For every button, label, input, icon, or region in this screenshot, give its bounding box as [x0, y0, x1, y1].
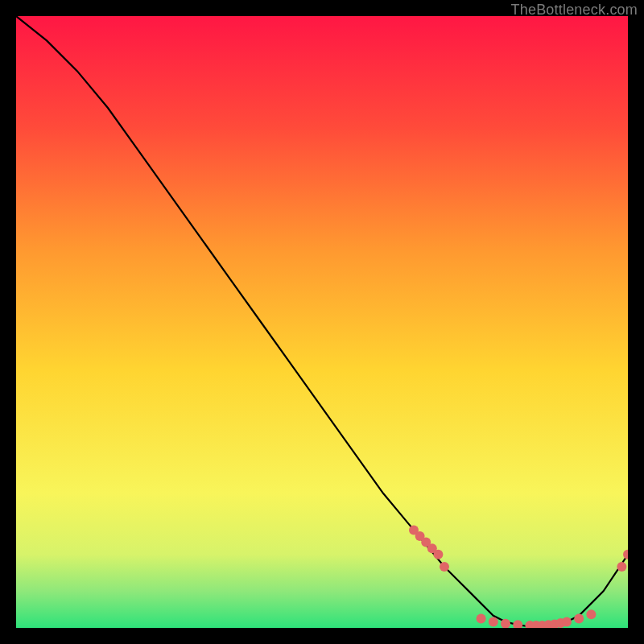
- chart-frame: TheBottleneck.com: [0, 0, 644, 644]
- data-point: [489, 617, 498, 626]
- data-point: [440, 562, 449, 572]
- data-point: [617, 562, 626, 572]
- data-point: [586, 609, 596, 619]
- data-point: [574, 614, 584, 624]
- data-point: [433, 550, 443, 559]
- chart-plot: [16, 16, 628, 628]
- data-point: [562, 617, 572, 626]
- data-point: [477, 614, 486, 624]
